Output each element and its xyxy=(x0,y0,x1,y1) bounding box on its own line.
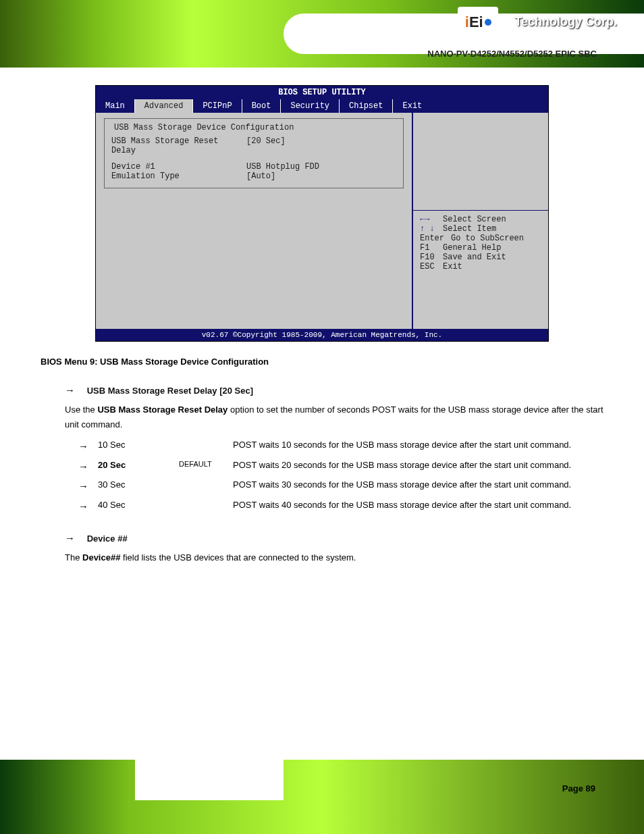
choice-default: DEFAULT xyxy=(179,458,233,471)
bios-key-text: Select Item xyxy=(443,224,496,234)
option-title: Device ## xyxy=(87,533,128,544)
bios-row[interactable]: USB Mass Storage Reset Delay [20 Sec] xyxy=(111,136,396,155)
bios-value: [20 Sec] xyxy=(246,136,286,155)
option-heading: → Device ## xyxy=(65,532,603,544)
bios-screenshot: BIOS SETUP UTILITY Main Advanced PCIPnP … xyxy=(95,85,549,342)
bios-tab-boot[interactable]: Boot xyxy=(242,99,281,113)
option-description: The Device## field lists the USB devices… xyxy=(65,550,603,565)
bios-tab-exit[interactable]: Exit xyxy=(393,99,548,113)
bios-key-text: Exit xyxy=(443,262,462,271)
logo-brand-text: Technology Corp. xyxy=(514,15,617,29)
bios-key-text: Save and Exit xyxy=(443,253,506,262)
bios-side-panel: ←→Select Screen ↑ ↓Select Item EnterGo t… xyxy=(413,113,548,329)
arrow-right-icon: → xyxy=(78,477,88,495)
bios-row[interactable]: Emulation Type [Auto] xyxy=(111,172,396,181)
choice-desc: POST waits 20 seconds for the USB mass s… xyxy=(233,458,603,473)
arrow-up-down-icon: ↑ ↓ xyxy=(420,224,439,234)
bios-key-hint: ←→Select Screen xyxy=(420,215,541,224)
bios-key-hint: F10Save and Exit xyxy=(420,253,541,262)
logo-reg: ® xyxy=(504,18,509,26)
option-title: USB Mass Storage Reset Delay [20 Sec] xyxy=(87,386,253,396)
arrow-right-icon: → xyxy=(65,384,75,396)
choice-name: 30 Sec xyxy=(98,477,179,492)
bios-tab-pcipnp[interactable]: PCIPnP xyxy=(193,99,242,113)
choice-desc: POST waits 30 seconds for the USB mass s… xyxy=(233,477,603,492)
bios-title: BIOS SETUP UTILITY xyxy=(96,86,548,99)
bios-key: Device #1 xyxy=(111,162,246,172)
bios-key-hint: ESCExit xyxy=(420,262,541,271)
document-title: NANO-PV-D4252/N4552/D5252 EPIC SBC xyxy=(427,49,597,59)
choice-name: 10 Sec xyxy=(98,438,179,452)
bios-key-hint: ↑ ↓Select Item xyxy=(420,224,541,234)
bios-sub-box: USB Mass Storage Device Configuration US… xyxy=(104,118,404,188)
bios-key: Emulation Type xyxy=(111,172,246,181)
bios-key-text: Select Screen xyxy=(443,215,506,224)
bios-tab-chipset[interactable]: Chipset xyxy=(340,99,393,113)
bios-key-sym: Enter xyxy=(420,234,447,243)
divider xyxy=(413,210,548,211)
option-heading: → USB Mass Storage Reset Delay [20 Sec] xyxy=(65,384,603,396)
bios-key-text: Go to SubScreen xyxy=(451,234,524,243)
logo-letter: i xyxy=(479,14,483,31)
bios-footer: v02.67 ©Copyright 1985-2009, American Me… xyxy=(96,329,548,341)
bios-tabs: Main Advanced PCIPnP Boot Security Chips… xyxy=(96,99,548,113)
bios-value: [Auto] xyxy=(246,172,275,181)
option-choice: → 20 Sec DEFAULT POST waits 20 seconds f… xyxy=(78,458,603,475)
decorative-bottom-band xyxy=(0,760,644,834)
bios-sub-title: USB Mass Storage Device Configuration xyxy=(111,123,296,132)
bios-tab-security[interactable]: Security xyxy=(281,99,340,113)
bios-tab-advanced[interactable]: Advanced xyxy=(135,99,194,113)
arrow-right-icon: → xyxy=(78,438,88,455)
brand-logo: iEi ® Technology Corp. xyxy=(458,7,617,37)
arrow-right-icon: → xyxy=(65,532,75,544)
option-choice: → 10 Sec POST waits 10 seconds for the U… xyxy=(78,438,603,455)
bios-key-hint: EnterGo to SubScreen xyxy=(420,234,541,243)
arrow-right-icon: → xyxy=(78,458,88,475)
bios-value: USB Hotplug FDD xyxy=(246,162,319,172)
page-number: Page 89 xyxy=(562,783,595,793)
option-choice: → 40 Sec POST waits 40 seconds for the U… xyxy=(78,498,603,515)
bios-key: USB Mass Storage Reset Delay xyxy=(111,136,246,155)
bios-key-hint: F1General Help xyxy=(420,243,541,253)
bios-row: Device #1 USB Hotplug FDD xyxy=(111,162,396,172)
option-choice: → 30 Sec POST waits 30 seconds for the U… xyxy=(78,477,603,495)
choice-desc: POST waits 40 seconds for the USB mass s… xyxy=(233,498,603,513)
logo-mark: iEi xyxy=(458,7,498,37)
choice-name: 40 Sec xyxy=(98,498,179,513)
arrow-left-right-icon: ←→ xyxy=(420,215,439,224)
bios-key-text: General Help xyxy=(443,243,501,253)
bios-key-sym: F10 xyxy=(420,253,439,262)
arrow-right-icon: → xyxy=(78,498,88,515)
bios-main-panel: USB Mass Storage Device Configuration US… xyxy=(96,113,413,329)
bios-help-text xyxy=(420,118,541,206)
bios-key-sym: ESC xyxy=(420,262,439,271)
bios-key-sym: F1 xyxy=(420,243,439,253)
choice-desc: POST waits 10 seconds for the USB mass s… xyxy=(233,438,603,452)
logo-letter: E xyxy=(469,14,479,31)
logo-dot-icon xyxy=(485,19,491,26)
choice-name: 20 Sec xyxy=(98,458,179,473)
figure-caption: BIOS Menu 9: USB Mass Storage Device Con… xyxy=(41,357,603,367)
option-description: Use the USB Mass Storage Reset Delay opt… xyxy=(65,402,603,432)
bios-tab-main[interactable]: Main xyxy=(96,99,135,113)
